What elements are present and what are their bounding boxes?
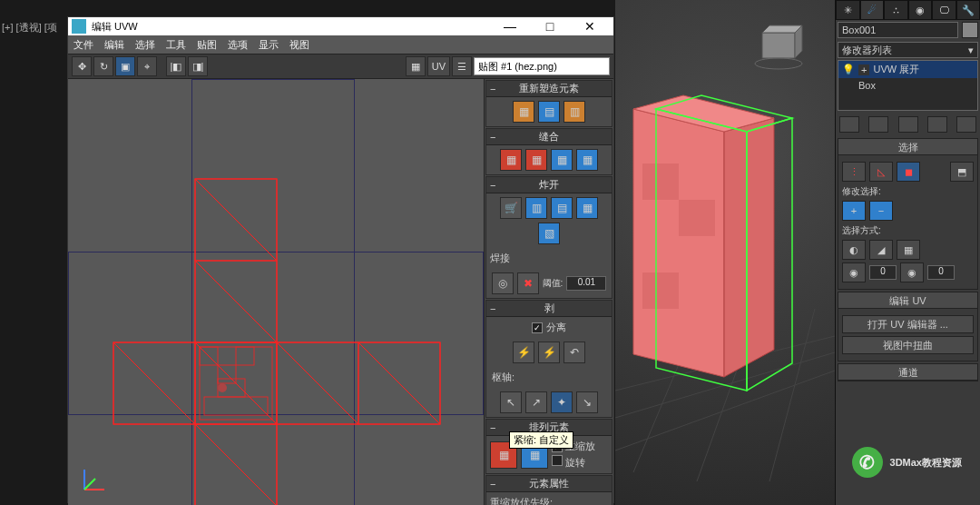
svg-line-30 — [195, 424, 277, 505]
stack-item-uvw[interactable]: 💡 + UVW 展开 — [838, 61, 977, 78]
edituv-header[interactable]: 编辑 UV — [838, 292, 977, 309]
sel-b-spinner[interactable]: 0 — [927, 265, 955, 280]
remove-mod-icon[interactable] — [927, 116, 947, 133]
modify-tab-icon[interactable]: ☄ — [860, 0, 885, 20]
selection-header[interactable]: 选择 — [838, 139, 977, 155]
channel-header[interactable]: 通道 — [838, 364, 977, 381]
uvw-menu-bar: 文件 编辑 选择 工具 贴图 选项 显示 视图 — [68, 35, 613, 54]
expand-icon[interactable]: + — [858, 64, 869, 75]
rotate-checkbox[interactable] — [552, 455, 563, 466]
display-tab-icon[interactable]: 🖵 — [932, 0, 956, 20]
object-name-field[interactable]: Box001 — [838, 22, 958, 38]
move-tool-icon[interactable]: ✥ — [72, 56, 92, 76]
checker-icon[interactable]: ▦ — [406, 56, 426, 76]
ignore-backfacing-icon[interactable]: ◐ — [842, 240, 866, 260]
uv-label-icon[interactable]: UV — [427, 56, 450, 76]
peel-3-icon[interactable]: ↶ — [564, 342, 585, 363]
svg-marker-10 — [633, 109, 724, 377]
hierarchy-tab-icon[interactable]: ⛬ — [884, 0, 908, 20]
svg-line-45 — [84, 479, 95, 490]
mirror-h-icon[interactable]: |◧ — [166, 56, 186, 76]
panel-reshape: −重新塑造元素 ▦ ▤ ▥ — [485, 80, 612, 127]
select-by-id-icon[interactable]: ▦ — [897, 240, 920, 260]
uvw-toolbar: ✥ ↻ ▣ ⌖ |◧ ◨| ▦ UV ☰ 贴图 #1 (hez.png) — [68, 54, 613, 79]
stitch-1-icon[interactable]: ▦ — [500, 149, 522, 171]
freeform-tool-icon[interactable]: ⌖ — [137, 56, 157, 76]
face-subobj-icon[interactable]: ◼ — [897, 162, 920, 182]
stitch-2-icon[interactable]: ▦ — [525, 149, 547, 171]
stack-item-box[interactable]: Box — [838, 78, 977, 93]
menu-select[interactable]: 选择 — [135, 38, 155, 52]
rotate-tool-icon[interactable]: ↻ — [93, 56, 113, 76]
menu-edit[interactable]: 编辑 — [104, 38, 124, 52]
pivot-center-icon[interactable]: ✦ — [551, 391, 573, 413]
modifier-stack[interactable]: 💡 + UVW 展开 Box — [838, 60, 978, 111]
unique-icon[interactable] — [898, 116, 918, 133]
svg-rect-0 — [762, 33, 795, 58]
close-button[interactable]: ✕ — [570, 17, 610, 35]
open-uv-editor-button[interactable]: 打开 UV 编辑器 ... — [842, 315, 974, 333]
stitch-title: 缝合 — [539, 130, 559, 144]
minimize-button[interactable]: — — [490, 17, 530, 35]
utilities-tab-icon[interactable]: 🔧 — [956, 0, 981, 20]
planar-angle-icon[interactable]: ◢ — [869, 240, 893, 260]
weld-threshold-spinner[interactable]: 0.01 — [566, 276, 606, 291]
create-tab-icon[interactable]: ✳ — [836, 0, 860, 20]
explode-1-icon[interactable]: 🛒 — [500, 197, 522, 219]
stitch-3-icon[interactable]: ▦ — [551, 149, 573, 171]
mirror-v-icon[interactable]: ◨| — [188, 56, 208, 76]
svg-rect-15 — [642, 272, 679, 309]
rollout-edit-uv: 编辑 UV 打开 UV 编辑器 ... 视图中扭曲 — [838, 292, 978, 361]
modifier-list-dropdown[interactable]: 修改器列表▾ — [838, 42, 978, 58]
object-color-swatch[interactable] — [962, 22, 978, 38]
tweak-in-view-button[interactable]: 视图中扭曲 — [842, 336, 974, 354]
uvw-titlebar[interactable]: 编辑 UVW — □ ✕ — [68, 17, 613, 35]
stack-buttons — [838, 113, 978, 136]
edge-subobj-icon[interactable]: ◺ — [869, 162, 893, 182]
sel-b-icon[interactable]: ◉ — [900, 262, 924, 282]
menu-display[interactable]: 显示 — [259, 38, 279, 52]
maximize-button[interactable]: □ — [530, 17, 570, 35]
straighten-icon[interactable]: ▦ — [513, 101, 534, 123]
pivot-4-icon[interactable]: ↘ — [576, 391, 598, 413]
explode-2-icon[interactable]: ▥ — [525, 197, 547, 219]
peel-2-icon[interactable]: ⚡ — [538, 342, 560, 363]
show-end-icon[interactable] — [868, 116, 888, 133]
elemprop-title: 元素属性 — [529, 477, 569, 490]
vertex-subobj-icon[interactable]: ⋮ — [842, 162, 866, 182]
scale-tool-icon[interactable]: ▣ — [115, 56, 135, 76]
detach-checkbox[interactable] — [532, 322, 543, 333]
menu-file[interactable]: 文件 — [74, 38, 93, 52]
svg-line-28 — [195, 261, 277, 342]
config-icon[interactable] — [956, 116, 976, 133]
grow-icon[interactable]: + — [842, 201, 866, 221]
weld-selected-icon[interactable]: ✖ — [517, 272, 539, 294]
menu-view[interactable]: 视图 — [289, 38, 309, 52]
pivot-label: 枢轴: — [492, 371, 514, 384]
sel-a-icon[interactable]: ◉ — [842, 262, 866, 282]
menu-tools[interactable]: 工具 — [166, 38, 186, 52]
weld-target-icon[interactable]: ◎ — [492, 272, 514, 294]
lightbulb-icon[interactable]: 💡 — [842, 64, 855, 75]
peel-1-icon[interactable]: ⚡ — [513, 342, 534, 363]
shrink-icon[interactable]: − — [869, 201, 893, 221]
stitch-4-icon[interactable]: ▦ — [576, 149, 598, 171]
perspective-viewport[interactable] — [615, 0, 835, 505]
svg-line-32 — [277, 342, 358, 424]
menu-mapping[interactable]: 贴图 — [197, 38, 217, 52]
sel-a-spinner[interactable]: 0 — [869, 265, 897, 280]
motion-tab-icon[interactable]: ◉ — [908, 0, 933, 20]
uv-canvas[interactable] — [68, 79, 484, 505]
explode-4-icon[interactable]: ▦ — [576, 197, 598, 219]
explode-5-icon[interactable]: ▧ — [538, 223, 560, 244]
options-icon[interactable]: ☰ — [452, 56, 472, 76]
align-icon[interactable]: ▥ — [564, 101, 585, 123]
menu-options[interactable]: 选项 — [228, 38, 248, 52]
pin-stack-icon[interactable] — [839, 116, 859, 133]
pivot-1-icon[interactable]: ↖ — [500, 391, 522, 413]
explode-3-icon[interactable]: ▤ — [551, 197, 573, 219]
element-subobj-icon[interactable]: ⬒ — [950, 162, 974, 182]
pivot-2-icon[interactable]: ↗ — [525, 391, 547, 413]
relax-icon[interactable]: ▤ — [538, 101, 560, 123]
map-dropdown[interactable]: 贴图 #1 (hez.png) — [474, 57, 610, 75]
